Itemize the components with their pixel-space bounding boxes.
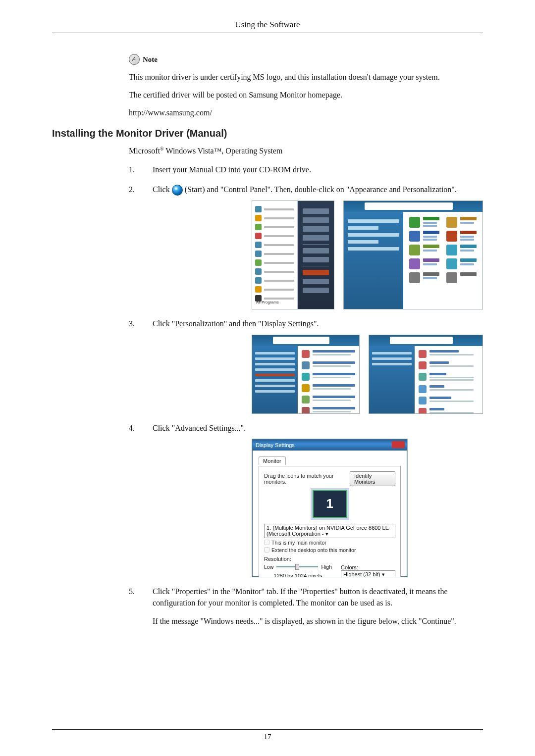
screenshot-appearance-panel <box>252 335 360 414</box>
os-vista: Windows Vista™ <box>164 147 222 155</box>
page-header-title: Using the Software <box>52 20 483 33</box>
step-4: Click "Advanced Settings...". Display Se… <box>129 422 483 577</box>
close-icon[interactable] <box>392 441 405 448</box>
os-reg: ® <box>160 146 164 151</box>
ds-drag-text: Drag the icons to match your monitors. <box>264 473 350 485</box>
step-2b: (Start) and "Control Panel". Then, doubl… <box>185 185 457 194</box>
appearance-personalization-item <box>446 231 477 242</box>
personalization-highlight <box>255 374 295 376</box>
ds-res-label: Resolution: <box>264 556 332 562</box>
start-control-panel-item <box>303 270 329 275</box>
os-line: Microsoft® Windows Vista™, Operating Sys… <box>129 146 483 155</box>
step-5a: Click "Properties" in the "Monitor" tab.… <box>153 587 448 607</box>
ds-monitor-preview[interactable]: 1 <box>313 490 347 518</box>
ds-title: Display Settings <box>256 442 295 448</box>
note-label: Note <box>143 54 158 65</box>
screenshot-start-menu: All Programs <box>252 201 334 309</box>
step-5: Click "Properties" in the "Monitor" tab.… <box>129 586 483 627</box>
all-programs-label: All Programs <box>256 300 279 305</box>
page-number: 17 <box>264 733 271 741</box>
step-2: Click (Start) and "Control Panel". Then,… <box>129 184 483 309</box>
step-2a: Click <box>153 185 172 194</box>
ds-monitor-select[interactable]: 1. (Multiple Monitors) on NVIDIA GeForce… <box>264 524 395 538</box>
page-footer: 17 <box>52 729 483 741</box>
screenshot-personalization-panel <box>369 335 483 414</box>
note-icon <box>129 54 140 65</box>
start-orb-icon <box>172 185 183 196</box>
ds-tab-monitor[interactable]: Monitor <box>259 456 286 465</box>
ds-resolution-slider[interactable]: Low High <box>264 564 332 570</box>
ds-check-main[interactable]: This is my main monitor <box>264 540 395 546</box>
step-4-text: Click "Advanced Settings...". <box>153 424 246 432</box>
note-url: http://www.samsung.com/ <box>129 107 483 119</box>
step-1: Insert your Manual CD into your CD-ROM d… <box>129 164 483 175</box>
ds-colors-label: Colors: <box>341 564 395 570</box>
step-3-text: Click "Personalization" and then "Displa… <box>153 319 319 328</box>
os-rest: , Operating System <box>221 147 282 155</box>
section-heading: Installing the Monitor Driver (Manual) <box>52 128 483 139</box>
os-ms: Microsoft <box>129 147 160 155</box>
identify-monitors-button[interactable]: Identify Monitors <box>350 471 395 486</box>
step-3: Click "Personalization" and then "Displa… <box>129 318 483 413</box>
ds-res-value: 1280 by 1024 pixels <box>264 573 332 577</box>
screenshot-display-settings: Display Settings Monitor Drag the icons … <box>252 439 408 577</box>
note-text-1: This monitor driver is under certifying … <box>129 71 483 83</box>
screenshot-control-panel <box>343 201 483 309</box>
ds-check-extend[interactable]: Extend the desktop onto this monitor <box>264 547 395 553</box>
note-text-2: The certified driver will be posted on S… <box>129 89 483 101</box>
ds-colors-select[interactable]: Highest (32 bit) ▾ <box>341 570 395 577</box>
step-5b: If the message "Windows needs..." is dis… <box>153 615 483 627</box>
